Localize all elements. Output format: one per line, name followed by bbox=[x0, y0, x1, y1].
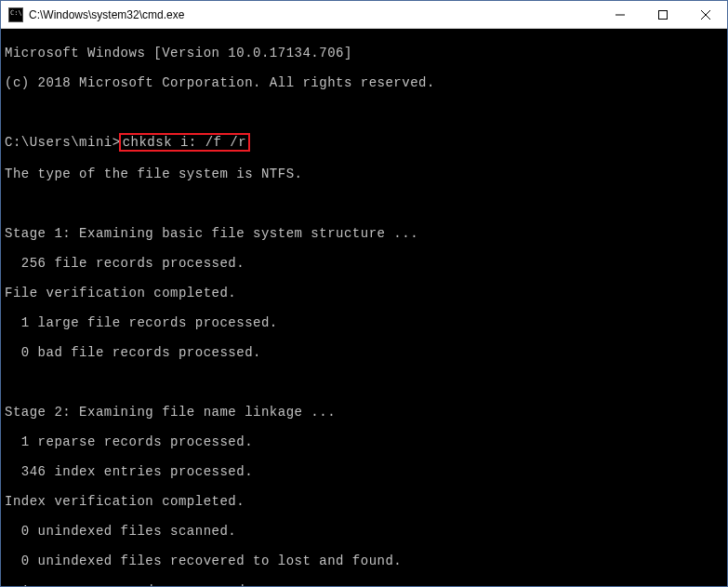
cmd-icon bbox=[8, 7, 23, 22]
minimize-icon bbox=[615, 10, 625, 20]
output-line bbox=[5, 375, 723, 390]
command-text: chkdsk i: /f /r bbox=[123, 135, 247, 150]
maximize-button[interactable] bbox=[642, 1, 684, 28]
minimize-button[interactable] bbox=[599, 1, 642, 28]
output-line: 0 unindexed files recovered to lost and … bbox=[5, 554, 723, 568]
output-line: (c) 2018 Microsoft Corporation. All righ… bbox=[5, 75, 723, 90]
close-icon bbox=[701, 10, 710, 20]
window-controls bbox=[599, 1, 727, 28]
prompt-prefix: C:\Users\mini> bbox=[5, 135, 121, 150]
output-line bbox=[5, 105, 723, 120]
output-line: File verification completed. bbox=[5, 286, 723, 300]
command-highlight: chkdsk i: /f /r bbox=[119, 133, 251, 152]
output-line: Stage 2: Examining file name linkage ... bbox=[5, 405, 723, 420]
output-line: 256 file records processed. bbox=[5, 256, 723, 271]
output-line: The type of the file system is NTFS. bbox=[5, 167, 723, 181]
titlebar[interactable]: C:\Windows\system32\cmd.exe bbox=[1, 1, 727, 29]
output-line: 1 reparse records processed. bbox=[5, 434, 723, 449]
terminal-output[interactable]: Microsoft Windows [Version 10.0.17134.70… bbox=[1, 29, 727, 586]
output-line: 346 index entries processed. bbox=[5, 464, 723, 479]
cmd-window: C:\Windows\system32\cmd.exe Microsoft Wi… bbox=[0, 0, 728, 587]
output-line: 1 reparse records processed. bbox=[5, 583, 723, 586]
output-line: 1 large file records processed. bbox=[5, 315, 723, 330]
prompt-line: C:\Users\mini>chkdsk i: /f /r bbox=[5, 135, 723, 152]
window-title: C:\Windows\system32\cmd.exe bbox=[29, 8, 599, 21]
maximize-icon bbox=[658, 10, 668, 20]
output-line bbox=[5, 196, 723, 211]
output-line: 0 bad file records processed. bbox=[5, 345, 723, 360]
output-line: 0 unindexed files scanned. bbox=[5, 524, 723, 539]
output-line: Index verification completed. bbox=[5, 494, 723, 509]
svg-rect-1 bbox=[659, 10, 668, 19]
close-button[interactable] bbox=[684, 1, 727, 28]
output-line: Stage 1: Examining basic file system str… bbox=[5, 226, 723, 241]
output-line: Microsoft Windows [Version 10.0.17134.70… bbox=[5, 46, 723, 60]
